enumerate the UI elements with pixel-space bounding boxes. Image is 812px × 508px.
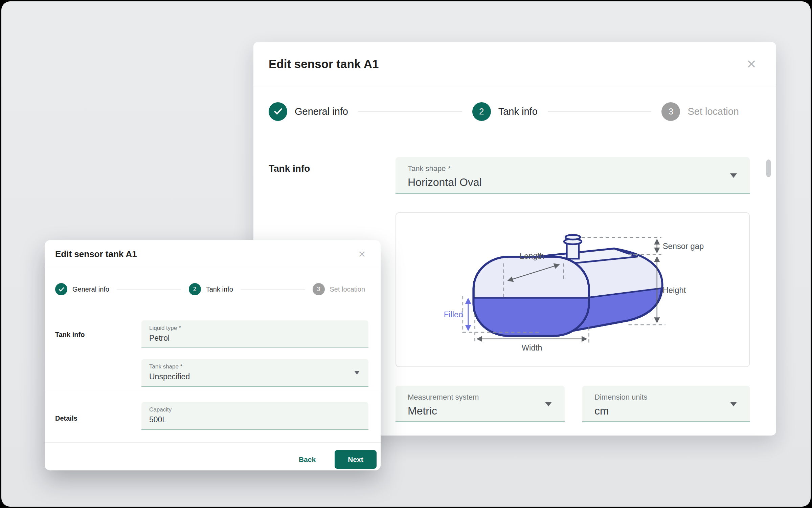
section-title-details: Details bbox=[55, 415, 77, 422]
footer-divider bbox=[45, 442, 381, 443]
field-label: Tank shape * bbox=[408, 164, 738, 173]
field-value: Metric bbox=[408, 405, 552, 417]
field-value: Petrol bbox=[149, 334, 361, 343]
wizard-stepper: General info 2 Tank info 3 Set location bbox=[55, 283, 365, 295]
field-label: Dimension units bbox=[594, 393, 738, 402]
diagram-label-sensor-gap: Sensor gap bbox=[663, 241, 704, 251]
close-icon[interactable]: ✕ bbox=[744, 42, 759, 86]
tank-diagram-card: Length Sensor gap Height Filled Width bbox=[396, 212, 750, 367]
measurement-system-select[interactable]: Measurement system Metric bbox=[396, 386, 565, 422]
field-label: Tank shape * bbox=[149, 363, 361, 370]
modal-header: Edit sensor tank A1 ✕ bbox=[253, 42, 776, 86]
step-tank-info[interactable]: 2 Tank info bbox=[189, 283, 233, 295]
step-set-location[interactable]: 3 Set location bbox=[661, 102, 739, 121]
chevron-down-icon bbox=[354, 371, 360, 375]
field-value: 500L bbox=[149, 415, 361, 424]
field-value: Horizontal Oval bbox=[408, 176, 738, 189]
field-label: Liquid type * bbox=[149, 325, 361, 332]
step-label: Tank info bbox=[498, 106, 538, 117]
chevron-down-icon bbox=[730, 173, 737, 178]
step-label: General info bbox=[295, 106, 348, 117]
next-button[interactable]: Next bbox=[335, 450, 377, 469]
modal-title: Edit sensor tank A1 bbox=[55, 240, 137, 268]
step-label: General info bbox=[72, 285, 109, 293]
step-label: Set location bbox=[330, 285, 365, 293]
tank-shape-select[interactable]: Tank shape * Unspecified bbox=[141, 359, 368, 387]
wizard-stepper: General info 2 Tank info 3 Set location bbox=[269, 102, 739, 121]
modal-title: Edit sensor tank A1 bbox=[269, 42, 379, 86]
check-icon bbox=[55, 283, 67, 295]
field-value: Unspecified bbox=[149, 372, 361, 381]
step-general-info[interactable]: General info bbox=[269, 102, 348, 121]
chevron-down-icon bbox=[545, 402, 552, 406]
field-label: Measurement system bbox=[408, 393, 552, 402]
close-icon[interactable]: ✕ bbox=[356, 240, 368, 268]
edit-sensor-tank-modal-small: Edit sensor tank A1 ✕ General info 2 Tan… bbox=[45, 240, 381, 470]
step-connector bbox=[548, 111, 652, 112]
step-connector bbox=[358, 111, 462, 112]
capacity-input[interactable]: Capacity 500L bbox=[141, 402, 368, 430]
section-title-tank-info: Tank info bbox=[55, 331, 85, 339]
field-label: Capacity bbox=[149, 406, 361, 413]
field-value: cm bbox=[594, 405, 738, 417]
modal-header: Edit sensor tank A1 ✕ bbox=[45, 240, 381, 268]
liquid-type-input[interactable]: Liquid type * Petrol bbox=[141, 320, 368, 348]
step-general-info[interactable]: General info bbox=[55, 283, 109, 295]
diagram-label-width: Width bbox=[522, 343, 542, 352]
tank-diagram: Length Sensor gap Height Filled Width bbox=[396, 213, 749, 366]
tank-shape-select[interactable]: Tank shape * Horizontal Oval bbox=[396, 157, 750, 194]
step-connector bbox=[241, 289, 305, 290]
step-number-badge: 3 bbox=[313, 283, 325, 295]
step-number-badge: 3 bbox=[661, 102, 680, 121]
chevron-down-icon bbox=[730, 402, 737, 406]
section-divider bbox=[45, 392, 381, 392]
diagram-label-filled: Filled bbox=[444, 310, 463, 319]
step-set-location[interactable]: 3 Set location bbox=[313, 283, 365, 295]
step-label: Tank info bbox=[206, 285, 233, 293]
section-title-tank-info: Tank info bbox=[269, 163, 310, 174]
diagram-label-height: Height bbox=[663, 285, 686, 295]
dimension-units-select[interactable]: Dimension units cm bbox=[582, 386, 750, 422]
step-connector bbox=[117, 289, 181, 290]
scrollbar-thumb[interactable] bbox=[766, 160, 771, 177]
step-label: Set location bbox=[687, 106, 739, 117]
step-number-badge: 2 bbox=[472, 102, 491, 121]
check-icon bbox=[269, 102, 287, 121]
back-button[interactable]: Back bbox=[288, 452, 327, 467]
diagram-label-length: Length bbox=[520, 251, 544, 260]
desktop-background: Edit sensor tank A1 ✕ General info 2 Tan… bbox=[1, 1, 811, 507]
step-tank-info[interactable]: 2 Tank info bbox=[472, 102, 538, 121]
step-number-badge: 2 bbox=[189, 283, 201, 295]
